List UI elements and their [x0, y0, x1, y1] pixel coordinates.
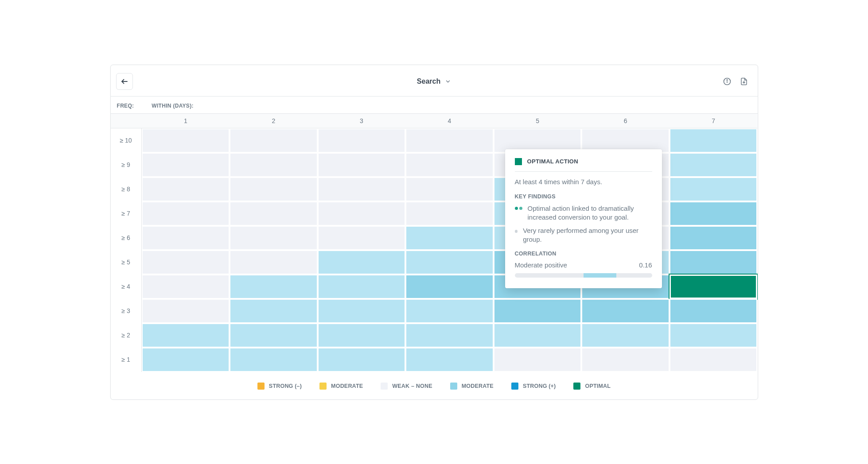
row-header: ≥ 5: [111, 250, 142, 275]
heatmap-cell[interactable]: [230, 201, 318, 226]
heatmap-cell[interactable]: [142, 250, 230, 275]
heatmap-cell[interactable]: [669, 128, 758, 153]
axis-labels: FREQ: WITHIN (DAYS):: [111, 97, 758, 114]
legend-item-weak: WEAK – NONE: [381, 383, 432, 390]
heatmap-cell[interactable]: [142, 128, 230, 153]
heatmap-cell[interactable]: [669, 323, 758, 348]
heatmap-cell[interactable]: [142, 275, 230, 299]
key-finding: Very rarely performed among your user gr…: [515, 226, 652, 244]
heatmap-cell[interactable]: [405, 153, 494, 177]
heatmap-cell[interactable]: [318, 177, 406, 201]
heatmap-cell[interactable]: [669, 348, 758, 372]
heatmap-cell[interactable]: [405, 177, 494, 201]
heatmap-cell[interactable]: [142, 153, 230, 177]
heatmap-cell[interactable]: [405, 275, 494, 299]
legend-swatch: [257, 383, 265, 390]
finding-bullet-icon: [515, 230, 518, 233]
legend-item-strong-neg: STRONG (–): [257, 383, 302, 390]
heatmap-cell[interactable]: [405, 226, 494, 250]
optimal-popover: OPTIMAL ACTION At least 4 times within 7…: [505, 149, 662, 288]
heatmap-cell[interactable]: [318, 299, 406, 323]
heatmap-cell[interactable]: [318, 153, 406, 177]
popover-title: OPTIMAL ACTION: [527, 158, 578, 165]
legend-label: STRONG (+): [523, 383, 556, 389]
heatmap-cell[interactable]: [318, 348, 406, 372]
legend-item-optimal: OPTIMAL: [573, 383, 611, 390]
heatmap-cell[interactable]: [669, 250, 758, 275]
heatmap-cell[interactable]: [230, 275, 318, 299]
heatmap-cell[interactable]: [494, 348, 582, 372]
heatmap-cell[interactable]: [230, 299, 318, 323]
heatmap-cell[interactable]: [318, 201, 406, 226]
page-title: Search: [417, 77, 440, 85]
row-header: ≥ 9: [111, 153, 142, 177]
finding-bullet-icon: [515, 207, 522, 222]
finding-text: Optimal action linked to dramatically in…: [528, 204, 652, 222]
analysis-panel: Search FREQ: WITHIN (DAYS): 1 2 3 4 5 6 …: [110, 65, 758, 400]
correlation-value: 0.16: [639, 261, 652, 269]
heatmap-cell[interactable]: [405, 250, 494, 275]
svg-point-3: [727, 79, 728, 80]
info-icon: [723, 77, 732, 86]
chevron-down-icon: [445, 78, 451, 85]
heatmap-cell[interactable]: [405, 299, 494, 323]
page-title-dropdown[interactable]: Search: [417, 77, 451, 85]
legend-label: OPTIMAL: [585, 383, 611, 389]
heatmap-cell[interactable]: [230, 250, 318, 275]
corner-cell: [111, 114, 142, 128]
heatmap-cell[interactable]: [142, 299, 230, 323]
heatmap-cell[interactable]: [230, 348, 318, 372]
column-header: 3: [318, 114, 406, 128]
correlation-segment: [584, 273, 616, 278]
download-button[interactable]: [739, 77, 749, 86]
heatmap-cell[interactable]: [230, 226, 318, 250]
heatmap-cell[interactable]: [405, 348, 494, 372]
row-header: ≥ 1: [111, 348, 142, 372]
heatmap-cell[interactable]: [405, 323, 494, 348]
row-header: ≥ 3: [111, 299, 142, 323]
finding-text: Very rarely performed among your user gr…: [523, 226, 652, 244]
heatmap-cell[interactable]: [318, 323, 406, 348]
legend-item-moderate-pos: MODERATE: [450, 383, 494, 390]
arrow-left-icon: [121, 77, 128, 85]
legend-label: STRONG (–): [269, 383, 302, 389]
correlation-heading: CORRELATION: [515, 251, 652, 257]
heatmap-cell[interactable]: [669, 177, 758, 201]
heatmap-cell[interactable]: [581, 348, 669, 372]
row-header: ≥ 4: [111, 275, 142, 299]
heatmap-cell[interactable]: [669, 226, 758, 250]
heatmap-cell[interactable]: [581, 299, 669, 323]
heatmap-cell[interactable]: [318, 250, 406, 275]
heatmap-cell[interactable]: [669, 299, 758, 323]
heatmap-cell[interactable]: [318, 226, 406, 250]
heatmap-cell[interactable]: [142, 348, 230, 372]
heatmap-cell[interactable]: [230, 153, 318, 177]
heatmap-cell[interactable]: [230, 128, 318, 153]
legend-swatch: [511, 383, 518, 390]
heatmap-cell[interactable]: [230, 323, 318, 348]
heatmap-cell[interactable]: [405, 201, 494, 226]
heatmap-cell[interactable]: [318, 128, 406, 153]
heatmap-cell-optimal[interactable]: [669, 275, 758, 299]
column-header: 6: [581, 114, 669, 128]
heatmap-cell[interactable]: [318, 275, 406, 299]
top-bar: Search: [111, 65, 758, 97]
heatmap-cell[interactable]: [142, 226, 230, 250]
heatmap-cell[interactable]: [142, 177, 230, 201]
key-finding: Optimal action linked to dramatically in…: [515, 204, 652, 222]
heatmap-cell[interactable]: [494, 299, 582, 323]
y-axis-label: FREQ:: [117, 103, 134, 109]
back-button[interactable]: [116, 73, 133, 90]
heatmap-cell[interactable]: [494, 323, 582, 348]
heatmap-cell[interactable]: [405, 128, 494, 153]
info-button[interactable]: [722, 77, 732, 86]
heatmap-cell[interactable]: [142, 323, 230, 348]
heatmap-cell[interactable]: [669, 201, 758, 226]
heatmap-cell[interactable]: [230, 177, 318, 201]
heatmap-cell[interactable]: [669, 153, 758, 177]
heatmap-cell[interactable]: [581, 323, 669, 348]
legend-label: WEAK – NONE: [392, 383, 432, 389]
heatmap-cell[interactable]: [142, 201, 230, 226]
row-header: ≥ 2: [111, 323, 142, 348]
legend-swatch: [381, 383, 388, 390]
